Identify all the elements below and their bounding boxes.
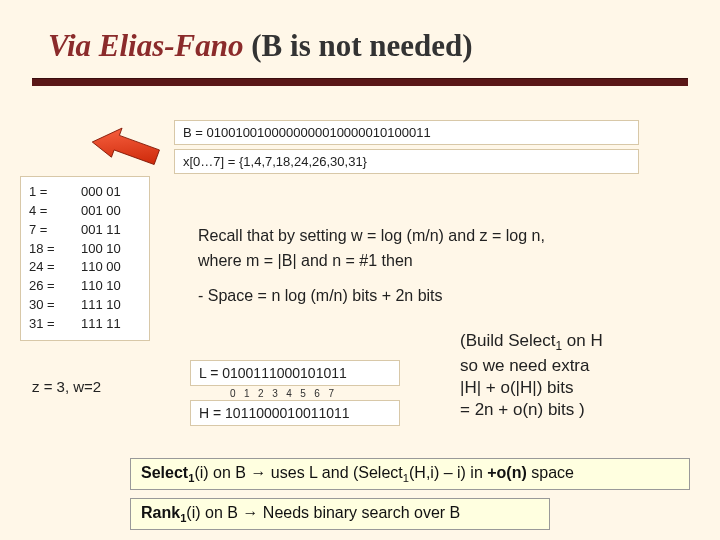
recall-text: Recall that by setting w = log (m/n) and…: [198, 224, 648, 308]
table-row: 7 =001 11: [29, 221, 141, 240]
recall-space: - Space = n log (m/n) bits + 2n bits: [198, 284, 648, 309]
table-row: 30 =111 10: [29, 296, 141, 315]
L-tick-indices: 01234567: [230, 388, 475, 399]
table-row: 24 =110 00: [29, 258, 141, 277]
arrow-icon: [90, 112, 168, 174]
table-row: 31 =111 11: [29, 315, 141, 334]
footnote-rank: Rank1(i) on B → Needs binary search over…: [130, 498, 550, 530]
zw-label: z = 3, w=2: [32, 378, 101, 395]
table-row: 18 =100 10: [29, 240, 141, 259]
svg-marker-0: [90, 120, 162, 172]
slide: Via Elias-Fano (B is not needed) B = 010…: [0, 0, 720, 540]
equation-L: L = 0100111000101011: [190, 360, 400, 386]
equation-B: B = 0100100100000000010000010100011: [174, 120, 639, 145]
slide-title: Via Elias-Fano (B is not needed): [0, 0, 720, 72]
table-row: 1 =000 01: [29, 183, 141, 202]
bit-split-table: 1 =000 01 4 =001 00 7 =001 11 18 =100 10…: [20, 176, 150, 341]
table-row: 4 =001 00: [29, 202, 141, 221]
footnote-select: Select1(i) on B → uses L and (Select1(H,…: [130, 458, 690, 490]
LH-block: L = 0100111000101011 01234567 H = 101100…: [190, 360, 435, 426]
table-row: 26 =110 10: [29, 277, 141, 296]
title-italic: Via Elias-Fano: [48, 28, 244, 63]
equation-x: x[0…7] = {1,4,7,18,24,26,30,31}: [174, 149, 639, 174]
recall-line1: Recall that by setting w = log (m/n) and…: [198, 224, 648, 249]
title-rest: (B is not needed): [244, 28, 473, 63]
equation-H: H = 1011000010011011: [190, 400, 400, 426]
title-underline: [32, 78, 688, 86]
build-select-note: (Build Select1 on H so we need extra |H|…: [460, 330, 692, 421]
recall-line2: where m = |B| and n = #1 then: [198, 249, 648, 274]
